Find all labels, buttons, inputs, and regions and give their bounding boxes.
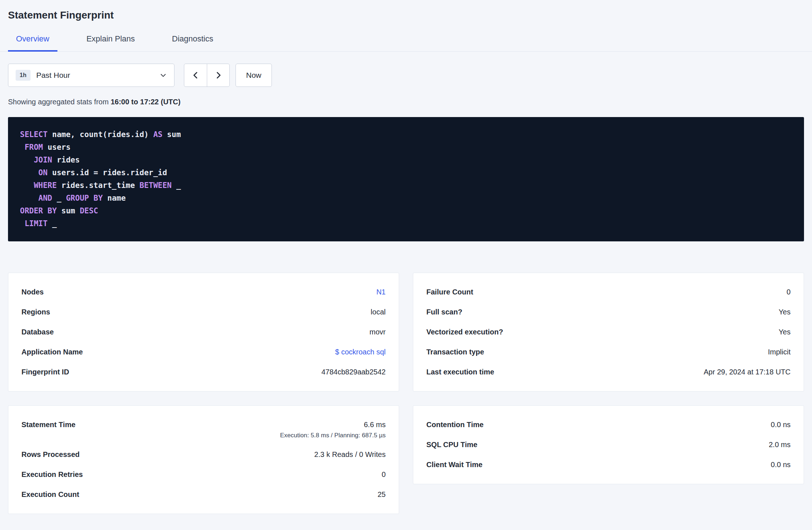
detail-label: Vectorized execution?	[426, 327, 503, 337]
detail-label: Regions	[21, 307, 50, 317]
detail-label: SQL CPU Time	[426, 440, 477, 450]
previous-interval-button[interactable]	[184, 64, 207, 87]
detail-row: Nodes N1	[21, 282, 386, 302]
detail-row: Full scan? Yes	[426, 302, 791, 322]
page-title: Statement Fingerprint	[8, 0, 804, 21]
chevron-down-icon	[160, 72, 167, 79]
detail-subvalue: Execution: 5.8 ms / Planning: 687.5 µs	[280, 431, 386, 439]
detail-value: 0.0 ns	[771, 460, 791, 470]
detail-label: Fingerprint ID	[21, 367, 69, 377]
time-controls: 1h Past Hour Now	[8, 64, 804, 87]
detail-value: 2.3 k Reads / 0 Writes	[314, 450, 386, 459]
stats-caption: Showing aggregated stats from 16:00 to 1…	[8, 98, 804, 106]
details-cards-row: Nodes N1 Regions local	[8, 273, 804, 392]
detail-value: Apr 29, 2024 at 17:18 UTC	[704, 367, 791, 377]
detail-value: 0	[382, 470, 386, 479]
detail-label: Database	[21, 327, 54, 337]
detail-label: Execution Retries	[21, 470, 83, 479]
timing-cards-row: Statement Time 6.6 ms Execution: 5.8 ms …	[8, 405, 804, 514]
detail-value: 6.6 ms	[364, 420, 386, 430]
detail-row: Fingerprint ID 4784cb829aab2542	[21, 362, 386, 382]
detail-row: Application Name $ cockroach sql	[21, 342, 386, 362]
detail-row: Vectorized execution? Yes	[426, 322, 791, 342]
detail-row: Execution Count 25	[21, 485, 386, 505]
now-button[interactable]: Now	[236, 64, 272, 87]
detail-label: Full scan?	[426, 307, 462, 317]
detail-label: Last execution time	[426, 367, 494, 377]
detail-value: Yes	[779, 307, 791, 317]
detail-row: Statement Time 6.6 ms Execution: 5.8 ms …	[21, 415, 386, 445]
statement-timing-card: Statement Time 6.6 ms Execution: 5.8 ms …	[8, 405, 399, 514]
detail-label: Rows Processed	[21, 450, 80, 459]
detail-label: Execution Count	[21, 490, 79, 499]
detail-row: Rows Processed 2.3 k Reads / 0 Writes	[21, 445, 386, 465]
detail-label: Client Wait Time	[426, 460, 482, 470]
detail-row: Database movr	[21, 322, 386, 342]
detail-value[interactable]: N1	[376, 287, 386, 297]
detail-row: Transaction type Implicit	[426, 342, 791, 362]
interval-badge: 1h	[16, 70, 31, 81]
time-interval-dropdown[interactable]: 1h Past Hour	[8, 64, 174, 87]
detail-value: Implicit	[768, 347, 791, 357]
interval-label: Past Hour	[36, 71, 70, 80]
detail-row: Regions local	[21, 302, 386, 322]
detail-value[interactable]: $ cockroach sql	[335, 347, 386, 357]
sql-statement-box: SELECT name, count(rides.id) AS sum FROM…	[8, 117, 804, 241]
statement-fingerprint-page: Statement Fingerprint Overview Explain P…	[0, 0, 812, 514]
detail-value: 0	[787, 287, 791, 297]
next-interval-button[interactable]	[207, 64, 229, 87]
detail-value: 2.0 ms	[769, 440, 791, 450]
tab-explain-plans[interactable]: Explain Plans	[79, 30, 143, 52]
tab-overview[interactable]: Overview	[8, 30, 57, 52]
detail-label: Failure Count	[426, 287, 473, 297]
statement-details-card: Nodes N1 Regions local	[8, 273, 399, 392]
detail-row: Contention Time 0.0 ns	[426, 415, 791, 435]
detail-label: Statement Time	[21, 420, 76, 430]
detail-value: 25	[378, 490, 386, 499]
detail-value: 4784cb829aab2542	[321, 367, 386, 377]
chevron-right-icon	[214, 71, 223, 80]
tab-diagnostics[interactable]: Diagnostics	[164, 30, 221, 52]
detail-row: Failure Count 0	[426, 282, 791, 302]
detail-row: Last execution time Apr 29, 2024 at 17:1…	[426, 362, 791, 382]
wait-time-card: Contention Time 0.0 ns SQL CPU Time 2.0 …	[413, 405, 804, 484]
detail-row: Execution Retries 0	[21, 465, 386, 485]
time-pager	[184, 64, 230, 87]
tab-bar: Overview Explain Plans Diagnostics	[0, 30, 812, 52]
detail-value: movr	[370, 327, 386, 337]
stats-caption-range: 16:00 to 17:22 (UTC)	[110, 98, 180, 106]
chevron-left-icon	[191, 71, 200, 80]
detail-label: Contention Time	[426, 420, 483, 430]
detail-label: Nodes	[21, 287, 44, 297]
stats-caption-prefix: Showing aggregated stats from	[8, 98, 110, 106]
detail-row: Client Wait Time 0.0 ns	[426, 455, 791, 475]
detail-label: Application Name	[21, 347, 83, 357]
detail-value: Yes	[779, 327, 791, 337]
detail-value: 0.0 ns	[771, 420, 791, 430]
execution-attributes-card: Failure Count 0 Full scan? Yes	[413, 273, 804, 392]
detail-label: Transaction type	[426, 347, 484, 357]
detail-value: local	[371, 307, 386, 317]
detail-row: SQL CPU Time 2.0 ms	[426, 435, 791, 455]
